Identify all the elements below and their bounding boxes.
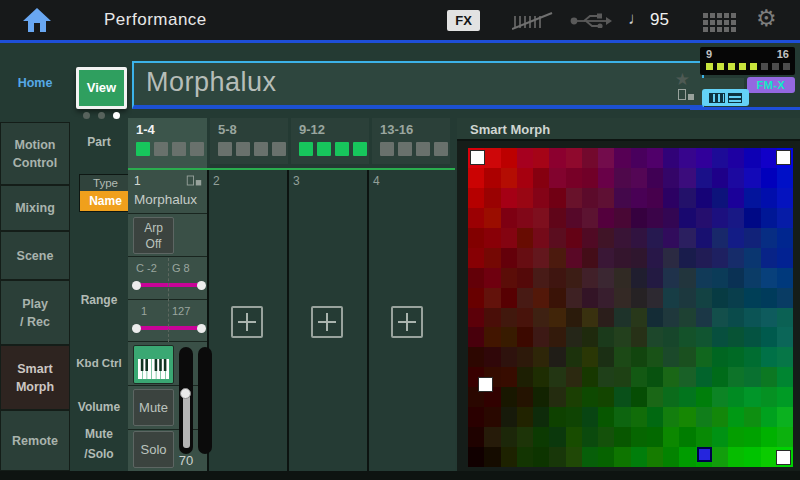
part-4-number: 4 — [373, 174, 380, 188]
mute-button[interactable]: Mute — [133, 389, 174, 426]
morph-part-marker[interactable] — [478, 377, 493, 392]
morph-map-cell — [566, 407, 582, 427]
morph-map-cell — [533, 407, 549, 427]
morph-map-cell — [696, 308, 712, 328]
morph-current-position-marker[interactable] — [697, 447, 712, 462]
morph-map-cell — [517, 228, 533, 248]
part-slot-on — [317, 142, 331, 156]
morph-map-cell — [517, 288, 533, 308]
arp-on-off-button[interactable]: Arp Off — [133, 217, 174, 254]
part-group-tab-13-16[interactable]: 13-16 — [372, 118, 450, 164]
morph-map-cell — [468, 208, 484, 228]
add-part-3-button[interactable] — [311, 306, 343, 338]
morph-map-cell — [728, 327, 744, 347]
morph-map-cell — [647, 288, 663, 308]
tempo-value[interactable]: 95 — [650, 10, 669, 30]
morph-map-cell — [712, 407, 728, 427]
morph-part-marker[interactable] — [776, 150, 791, 165]
sidebar-item-play-rec[interactable]: Play / Rec — [0, 280, 70, 345]
add-part-2-button[interactable] — [231, 306, 263, 338]
velocity-range-slider[interactable] — [136, 326, 202, 330]
morph-map-cell — [744, 168, 760, 188]
morph-map-cell — [647, 208, 663, 228]
morph-map-cell — [761, 248, 777, 268]
morph-map-cell — [728, 447, 744, 467]
part-group-tab-5-8[interactable]: 5-8 — [210, 118, 288, 164]
morph-map-cell — [679, 208, 695, 228]
smart-morph-map-area — [457, 141, 800, 472]
morph-map-cell — [468, 327, 484, 347]
morph-map-cell — [777, 208, 793, 228]
morph-part-marker[interactable] — [470, 150, 485, 165]
morph-map-cell — [761, 447, 777, 467]
morph-map-cell — [549, 288, 565, 308]
type-toggle[interactable]: Type — [80, 175, 131, 191]
morph-map-cell — [549, 347, 565, 367]
quick-setup-grid-icon[interactable] — [703, 13, 736, 32]
sidebar-item-scene[interactable]: Scene — [0, 231, 70, 280]
part-slot-off — [218, 142, 232, 156]
morph-map-cell — [501, 407, 517, 427]
morph-map-cell — [696, 347, 712, 367]
morph-map-cell — [663, 308, 679, 328]
velocity-range-low[interactable]: 1 — [141, 305, 147, 317]
morph-map-cell — [679, 168, 695, 188]
part-group-tab-9-12[interactable]: 9-12 — [291, 118, 369, 164]
morph-part-marker[interactable] — [776, 450, 791, 465]
morph-map-cell — [582, 347, 598, 367]
note-range-high[interactable]: G 8 — [172, 262, 190, 274]
home-icon[interactable] — [22, 7, 52, 33]
sidebar-item-remote[interactable]: Remote — [0, 410, 70, 471]
sidebar-item-motion-control[interactable]: Motion Control — [0, 122, 70, 185]
note-range-low[interactable]: C -2 — [136, 262, 157, 274]
type-name-toggle[interactable]: Type Name — [79, 174, 132, 212]
volume-slider-handle[interactable] — [180, 388, 191, 399]
indicator-underline — [690, 107, 800, 110]
morph-map-cell — [468, 427, 484, 447]
velocity-range-high[interactable]: 127 — [172, 305, 190, 317]
morph-map-cell — [598, 288, 614, 308]
label-volume: Volume — [70, 400, 128, 414]
morph-map-cell — [728, 208, 744, 228]
kbd-ctrl-button[interactable] — [133, 345, 174, 384]
view-button[interactable]: View — [76, 67, 127, 109]
volume-slider[interactable] — [179, 347, 193, 454]
morph-map-cell — [679, 327, 695, 347]
morph-map-cell — [761, 228, 777, 248]
sidebar-item-smart-morph[interactable]: Smart Morph — [0, 345, 70, 410]
part-1-name[interactable]: Morphalux — [134, 192, 197, 207]
fx-badge[interactable]: FX — [447, 10, 480, 31]
morph-map-cell — [728, 407, 744, 427]
morph-map-cell — [598, 168, 614, 188]
morph-map-cell — [598, 208, 614, 228]
sidebar-item-mixing[interactable]: Mixing — [0, 185, 70, 231]
morph-map-cell — [712, 148, 728, 168]
morph-map-cell — [761, 427, 777, 447]
part-slot-off — [172, 142, 186, 156]
performance-name-field[interactable]: Morphalux ★ — [132, 61, 704, 109]
morph-map-cell — [728, 188, 744, 208]
morph-map-cell — [712, 188, 728, 208]
smart-morph-panel: Smart Morph — [457, 118, 800, 472]
morph-map-cell — [501, 347, 517, 367]
morph-map-cell — [566, 447, 582, 467]
morph-map-cell — [566, 248, 582, 268]
sidebar-item-home[interactable]: Home — [0, 43, 70, 122]
name-toggle-active[interactable]: Name — [80, 191, 131, 211]
morph-map-cell — [598, 387, 614, 407]
smart-morph-map[interactable] — [468, 148, 793, 467]
morph-map-cell — [501, 427, 517, 447]
note-range-slider[interactable] — [136, 283, 202, 287]
morph-map-cell — [598, 427, 614, 447]
morph-map-cell — [468, 248, 484, 268]
utility-gear-icon[interactable]: ⚙ — [756, 5, 777, 31]
solo-button[interactable]: Solo — [133, 431, 174, 468]
morph-map-cell — [647, 407, 663, 427]
morph-map-cell — [614, 308, 630, 328]
morph-map-cell — [501, 308, 517, 328]
morph-map-cell — [663, 168, 679, 188]
part-group-tab-1-4[interactable]: 1-4 — [128, 118, 207, 170]
favorite-star-icon[interactable]: ★ — [675, 69, 690, 89]
add-part-4-button[interactable] — [391, 306, 423, 338]
keyboard-display-toggle[interactable] — [702, 89, 749, 106]
